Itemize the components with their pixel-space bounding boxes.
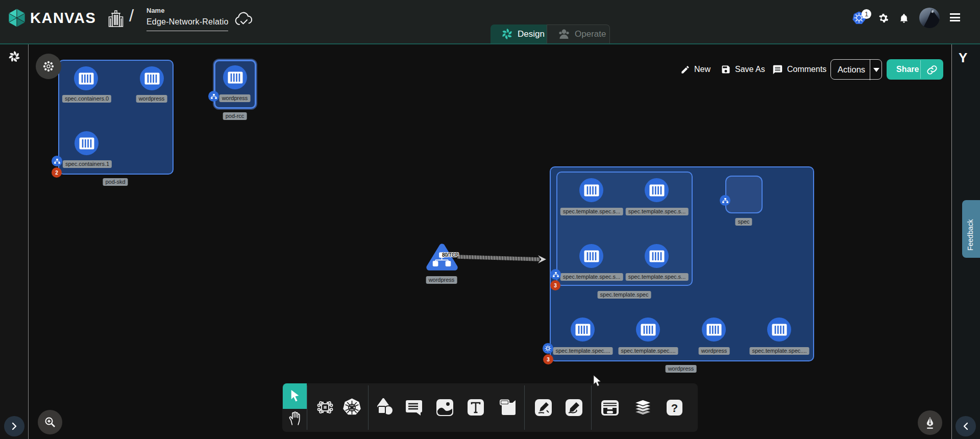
svg-text:?: ? xyxy=(671,402,678,414)
